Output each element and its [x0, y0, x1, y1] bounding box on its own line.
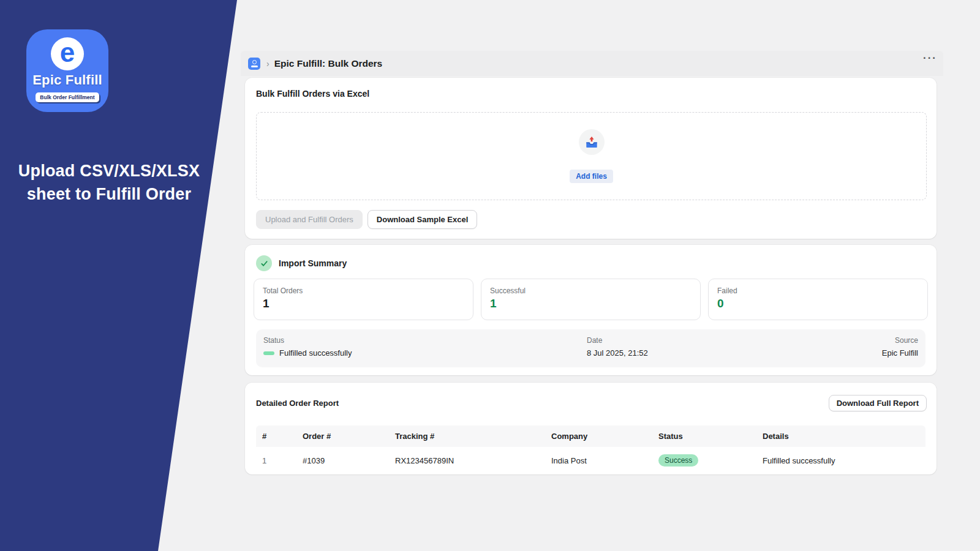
page-title: Epic Fulfill: Bulk Orders — [274, 58, 383, 69]
stat-label: Failed — [717, 287, 919, 295]
stat-value: 1 — [490, 297, 692, 310]
stat-label: Total Orders — [263, 287, 464, 295]
page-header: › Epic Fulfill: Bulk Orders ··· — [241, 51, 943, 76]
order-report-card: Detailed Order Report Download Full Repo… — [245, 383, 937, 474]
status-value: Fulfilled successfully — [279, 348, 352, 358]
report-title: Detailed Order Report — [256, 399, 339, 408]
headline-line-2: sheet to Fulfill Order — [5, 182, 213, 206]
marketing-headline: Upload CSV/XLS/XLSX sheet to Fulfill Ord… — [5, 159, 213, 206]
status-dash-icon — [263, 351, 274, 355]
col-company: Company — [545, 432, 652, 441]
upload-inbox-icon — [579, 129, 605, 155]
brand-panel: e Epic Fulfill Bulk Order Fulfillment Up… — [0, 0, 257, 551]
cell-index: 1 — [256, 456, 296, 465]
source-label: Source — [882, 336, 918, 345]
col-order: Order # — [296, 432, 389, 441]
app-badge: Bulk Order Fulfillment — [36, 92, 99, 102]
source-value: Epic Fulfill — [882, 348, 918, 358]
download-sample-button[interactable]: Download Sample Excel — [368, 210, 478, 229]
date-column: Date 8 Jul 2025, 21:52 — [587, 336, 882, 361]
stat-total-orders: Total Orders 1 — [254, 279, 473, 320]
date-value: 8 Jul 2025, 21:52 — [587, 348, 882, 358]
stat-failed: Failed 0 — [708, 279, 928, 320]
col-details: Details — [756, 432, 925, 441]
cell-company: India Post — [545, 456, 652, 465]
table-header-row: # Order # Tracking # Company Status Deta… — [256, 425, 925, 447]
summary-status-strip: Status Fulfilled successfully Date 8 Jul… — [256, 329, 925, 367]
stat-value: 0 — [717, 297, 919, 310]
add-files-button[interactable]: Add files — [570, 170, 613, 183]
source-column: Source Epic Fulfill — [882, 336, 918, 361]
upload-card-title: Bulk Fulfill Orders via Excel — [245, 78, 937, 99]
cell-details: Fulfilled successfully — [756, 456, 925, 465]
app-logo: e Epic Fulfill Bulk Order Fulfillment — [26, 29, 108, 112]
col-tracking: Tracking # — [389, 432, 545, 441]
app-icon[interactable] — [248, 58, 260, 70]
check-circle-icon — [256, 255, 272, 271]
stat-label: Successful — [490, 287, 692, 295]
app-name: Epic Fulfill — [32, 72, 102, 88]
cell-order: #1039 — [296, 456, 389, 465]
summary-title: Import Summary — [279, 258, 347, 268]
stat-value: 1 — [263, 297, 464, 310]
import-summary-card: Import Summary Total Orders 1 Successful… — [245, 245, 937, 375]
table-row: 1 #1039 RX123456789IN India Post Success… — [256, 447, 925, 474]
col-status: Status — [652, 432, 756, 441]
chevron-right-icon: › — [266, 59, 270, 69]
epic-fulfill-logo-icon: e — [51, 37, 84, 70]
file-dropzone[interactable]: Add files — [256, 112, 927, 200]
upload-actions: Upload and Fulfill Orders Download Sampl… — [256, 210, 477, 229]
download-report-button[interactable]: Download Full Report — [829, 395, 927, 411]
col-index: # — [256, 432, 296, 441]
main-content: › Epic Fulfill: Bulk Orders ··· Bulk Ful… — [241, 51, 943, 474]
summary-stats: Total Orders 1 Successful 1 Failed 0 — [254, 279, 928, 320]
upload-fulfill-button[interactable]: Upload and Fulfill Orders — [256, 210, 363, 229]
date-label: Date — [587, 336, 882, 345]
stat-successful: Successful 1 — [481, 279, 701, 320]
status-label: Status — [263, 336, 587, 345]
bulk-fulfill-card: Bulk Fulfill Orders via Excel Add files … — [245, 78, 937, 239]
cell-tracking: RX123456789IN — [389, 456, 545, 465]
headline-line-1: Upload CSV/XLS/XLSX — [5, 159, 213, 182]
status-column: Status Fulfilled successfully — [263, 336, 587, 361]
order-table: # Order # Tracking # Company Status Deta… — [256, 425, 925, 474]
ellipsis-menu-icon[interactable]: ··· — [923, 52, 937, 64]
status-badge: Success — [658, 454, 698, 467]
